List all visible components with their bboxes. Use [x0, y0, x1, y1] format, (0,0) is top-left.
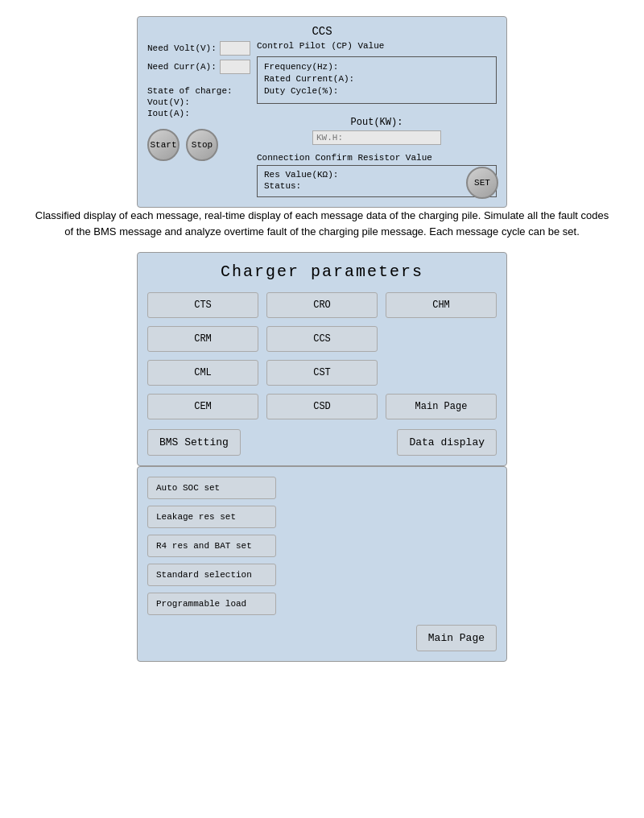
kwh-input[interactable]	[312, 130, 441, 145]
need-volt-row: Need Volt(V):	[147, 41, 250, 56]
conn-box: Res Value(KΩ): Status:	[257, 165, 497, 197]
charger-btn-cro[interactable]: CRO	[266, 292, 378, 318]
conn-label: Connection Confirm Resistor Value	[257, 153, 497, 163]
duty-cycle-label: Duty Cycle(%):	[264, 86, 489, 96]
charger-btn-cst[interactable]: CST	[266, 360, 378, 386]
bms-btn-auto-soc[interactable]: Auto SOC set	[147, 477, 276, 499]
status-label: Status:	[264, 181, 489, 191]
data-display-button[interactable]: Data display	[397, 429, 497, 456]
need-curr-input[interactable]	[220, 60, 250, 74]
cp-label: Control Pilot (CP) Value	[257, 41, 497, 51]
charger-btn-ccs[interactable]: CCS	[266, 326, 378, 352]
frequency-label: Frequency(Hz):	[264, 62, 489, 72]
charger-btn-crm[interactable]: CRM	[147, 326, 258, 352]
res-value-label: Res Value(KΩ):	[264, 170, 489, 180]
bms-setting-button[interactable]: BMS Setting	[147, 429, 241, 456]
charger-btn-empty2	[386, 360, 497, 386]
charger-btn-chm[interactable]: CHM	[386, 292, 497, 318]
charger-btn-csd[interactable]: CSD	[266, 394, 378, 419]
bms-button-list: Auto SOC setLeakage res setR4 res and BA…	[147, 477, 276, 615]
charger-button-grid: CTSCROCHMCRMCCSCMLCSTCEMCSDMain Page	[147, 292, 497, 419]
charger-btn-cml[interactable]: CML	[147, 360, 258, 386]
bms-btn-leakage-res[interactable]: Leakage res set	[147, 506, 276, 528]
cp-box: Frequency(Hz): Rated Current(A): Duty Cy…	[257, 56, 497, 104]
charger-footer: BMS Setting Data display	[147, 429, 497, 456]
bms-btn-prog-load[interactable]: Programmable load	[147, 593, 276, 615]
stop-button[interactable]: Stop	[186, 129, 218, 161]
state-of-charge-label: State of charge:	[147, 86, 250, 96]
charger-btn-cts[interactable]: CTS	[147, 292, 258, 318]
need-volt-label: Need Volt(V):	[147, 43, 217, 53]
pout-label: Pout(KW):	[257, 117, 497, 128]
charger-btn-cem[interactable]: CEM	[147, 394, 258, 419]
charger-btn-empty1	[386, 326, 497, 352]
description-text: Classified display of each message, real…	[16, 208, 628, 239]
bms-btn-r4-res[interactable]: R4 res and BAT set	[147, 535, 276, 557]
set-button[interactable]: SET	[466, 167, 498, 199]
vout-label: Vout(V):	[147, 97, 250, 107]
rated-current-label: Rated Current(A):	[264, 74, 489, 84]
bms-main-page-button[interactable]: Main Page	[416, 625, 497, 651]
need-curr-label: Need Curr(A):	[147, 62, 217, 72]
ccs-panel: CCS Need Volt(V): Need Curr(A): State of…	[137, 16, 507, 208]
iout-label: Iout(A):	[147, 109, 250, 118]
start-button[interactable]: Start	[147, 129, 180, 161]
bms-panel: Auto SOC setLeakage res setR4 res and BA…	[137, 466, 507, 662]
charger-panel: Charger parameters CTSCROCHMCRMCCSCMLCST…	[137, 252, 507, 466]
charger-btn-main-page-charger[interactable]: Main Page	[386, 394, 497, 419]
need-curr-row: Need Curr(A):	[147, 60, 250, 74]
need-volt-input[interactable]	[220, 41, 250, 56]
charger-title: Charger parameters	[147, 262, 497, 281]
ccs-title: CCS	[147, 25, 497, 38]
bms-btn-standard-sel[interactable]: Standard selection	[147, 564, 276, 586]
